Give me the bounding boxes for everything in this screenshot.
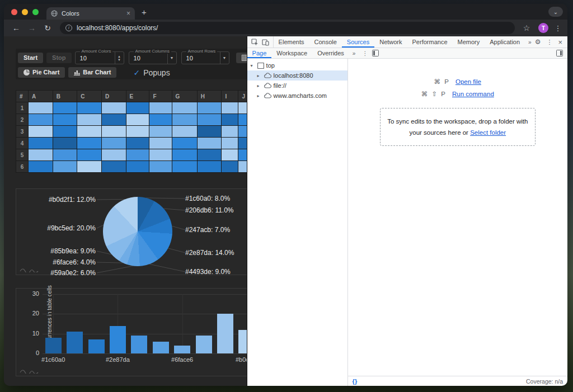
tree-item-localhost-8080[interactable]: ▸localhost:8080 <box>247 70 347 81</box>
color-cell[interactable] <box>238 114 247 126</box>
color-cell[interactable] <box>126 126 149 138</box>
color-cell[interactable] <box>101 161 126 173</box>
color-cell[interactable] <box>197 149 222 161</box>
color-cell[interactable] <box>197 102 222 114</box>
table-button[interactable]: Table <box>236 53 247 63</box>
color-cell[interactable] <box>53 149 77 161</box>
color-cell[interactable] <box>126 161 149 173</box>
profile-avatar[interactable]: T <box>538 23 548 33</box>
amount-field-amount-columns[interactable]: Amount Columns 10▼ <box>129 51 177 64</box>
dropdown-arrow-icon[interactable]: ▼ <box>220 52 229 64</box>
bookmark-star-icon[interactable]: ☆ <box>520 23 533 32</box>
color-cell[interactable] <box>222 114 238 126</box>
devtools-tab-sources[interactable]: Sources <box>342 36 374 48</box>
color-cell[interactable] <box>29 102 53 114</box>
back-button[interactable]: ← <box>10 23 23 32</box>
color-cell[interactable] <box>238 126 247 138</box>
pretty-print-icon[interactable]: {} <box>353 378 358 385</box>
stop-button[interactable]: Stop <box>46 53 71 63</box>
color-cell[interactable] <box>149 114 172 126</box>
pie-chart[interactable] <box>103 197 172 266</box>
color-cell[interactable] <box>101 126 126 138</box>
color-cell[interactable] <box>197 138 222 149</box>
color-cell[interactable] <box>29 138 53 149</box>
collapse-arrow-icon[interactable]: ▸ <box>257 93 262 98</box>
color-cell[interactable] <box>77 138 102 149</box>
color-cell[interactable] <box>29 126 53 138</box>
color-cell[interactable] <box>29 149 53 161</box>
color-cell[interactable] <box>77 114 102 126</box>
tree-item-www-amcharts-com[interactable]: ▸www.amcharts.com <box>247 91 347 101</box>
collapse-arrow-icon[interactable]: ▸ <box>257 73 262 78</box>
bar-chart-button[interactable]: Bar Chart <box>68 67 116 78</box>
forward-button[interactable]: → <box>25 23 39 32</box>
pie-chart-button[interactable]: Pie Chart <box>18 67 65 78</box>
devtools-tab-performance[interactable]: Performance <box>407 36 453 48</box>
color-cell[interactable] <box>77 102 102 114</box>
color-cell[interactable] <box>222 138 238 149</box>
color-cell[interactable] <box>149 102 172 114</box>
start-button[interactable]: Start <box>18 53 43 63</box>
color-cell[interactable] <box>126 102 149 114</box>
color-cell[interactable] <box>53 102 77 114</box>
inspect-element-icon[interactable] <box>251 39 259 46</box>
bar[interactable] <box>131 336 147 353</box>
color-cell[interactable] <box>172 126 197 138</box>
zoom-window-button[interactable] <box>32 9 39 15</box>
color-cell[interactable] <box>126 114 149 126</box>
color-cell[interactable] <box>222 126 238 138</box>
site-info-icon[interactable]: i <box>65 25 72 31</box>
color-cell[interactable] <box>101 102 126 114</box>
more-subtabs-icon[interactable]: » <box>349 50 359 56</box>
toggle-panel-icon[interactable] <box>556 50 563 56</box>
color-cell[interactable] <box>222 102 238 114</box>
color-cell[interactable] <box>149 138 172 149</box>
color-cell[interactable] <box>197 161 222 173</box>
bar[interactable] <box>174 346 190 353</box>
reload-button[interactable]: ↻ <box>41 23 54 32</box>
amount-field-amount-rows[interactable]: Amount Rows 10▼ <box>181 51 229 64</box>
tab-search-chevron-icon[interactable]: ⌄ <box>548 7 563 17</box>
devtools-tab-console[interactable]: Console <box>309 36 341 48</box>
close-tab-icon[interactable]: × <box>126 10 130 17</box>
color-cell[interactable] <box>197 126 222 138</box>
popups-label[interactable]: Popups <box>143 68 170 77</box>
color-cell[interactable] <box>238 149 247 161</box>
color-cell[interactable] <box>222 161 238 173</box>
color-cell[interactable] <box>101 114 126 126</box>
color-cell[interactable] <box>172 161 197 173</box>
color-cell[interactable] <box>172 102 197 114</box>
close-window-button[interactable] <box>11 9 17 15</box>
field-value[interactable]: 10 <box>182 55 220 62</box>
popups-checkbox[interactable]: ✓ <box>133 68 140 77</box>
color-cell[interactable] <box>77 149 102 161</box>
amcharts-logo-icon[interactable] <box>20 367 39 374</box>
color-cell[interactable] <box>101 138 126 149</box>
bar[interactable] <box>196 336 212 353</box>
url-text[interactable]: localhost:8080/apps/colors/ <box>77 24 158 32</box>
color-cell[interactable] <box>29 114 53 126</box>
dropdown-arrow-icon[interactable]: ▼ <box>167 52 176 64</box>
bar[interactable] <box>67 332 83 353</box>
traffic-lights[interactable] <box>11 9 39 15</box>
color-cell[interactable] <box>53 138 77 149</box>
shortcut-action-link[interactable]: Open file <box>455 78 481 85</box>
sources-subtab-page[interactable]: Page <box>247 48 272 58</box>
color-cell[interactable] <box>238 138 247 149</box>
more-tabs-icon[interactable]: » <box>525 39 535 45</box>
sources-subtab-overrides[interactable]: Overrides <box>312 48 349 58</box>
amcharts-logo-icon[interactable] <box>20 266 39 272</box>
spinner-updown-icon[interactable]: ▲▼ <box>115 52 124 64</box>
color-cell[interactable] <box>149 149 172 161</box>
select-folder-link[interactable]: Select folder <box>470 129 506 136</box>
color-cell[interactable] <box>197 114 222 126</box>
color-cell[interactable] <box>149 161 172 173</box>
bar[interactable] <box>110 326 126 354</box>
color-cell[interactable] <box>238 161 247 173</box>
amount-field-amount-colors[interactable]: Amount Colors 10▲▼ <box>75 51 124 64</box>
devtools-tab-network[interactable]: Network <box>374 36 407 48</box>
color-cell[interactable] <box>149 126 172 138</box>
bar[interactable] <box>217 314 233 353</box>
expand-arrow-icon[interactable]: ▾ <box>251 63 255 68</box>
dock-sidebar-icon[interactable] <box>372 50 379 56</box>
